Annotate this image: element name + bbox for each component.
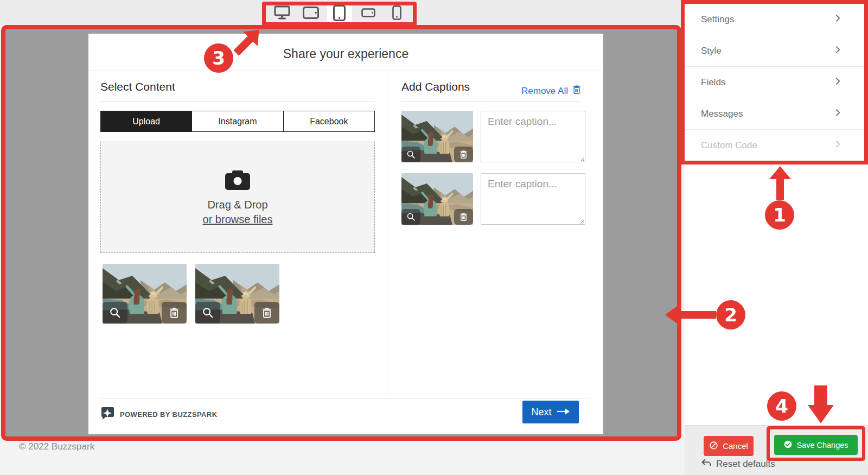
cancel-button[interactable]: Cancel: [704, 436, 754, 456]
tab-instagram[interactable]: Instagram: [192, 111, 283, 131]
caption-photo-thumbnail: [401, 111, 473, 162]
uploaded-photo-thumbnail: [103, 264, 187, 324]
sidebar-item-fields[interactable]: Fields: [685, 67, 864, 98]
actions-bar: Cancel Save Changes Reset defaults: [685, 425, 868, 475]
save-changes-label: Save Changes: [796, 441, 848, 449]
zoom-photo-button[interactable]: [401, 209, 420, 225]
settings-menu-annotation-box: Settings Style Fields Messages Custom Co…: [681, 0, 868, 164]
delete-photo-button[interactable]: [162, 302, 187, 324]
device-toolbar-annotation-box: [262, 2, 417, 26]
sidebar-item-custom-code: Custom Code: [685, 130, 864, 161]
cancel-label: Cancel: [723, 441, 748, 451]
dropzone-label: Drag & Drop: [207, 199, 267, 211]
annotation-badge-4: 4: [767, 391, 796, 421]
tab-upload[interactable]: Upload: [101, 111, 192, 131]
delete-photo-button[interactable]: [254, 302, 279, 324]
check-circle-icon: [783, 440, 793, 451]
powered-by-badge: POWERED BY BUZZSPARK: [100, 406, 217, 422]
sidebar-item-label: Settings: [701, 14, 734, 25]
screen: Share your experience Select Content Upl…: [0, 0, 868, 475]
next-label: Next: [531, 407, 551, 418]
desktop-icon: [274, 5, 290, 22]
tablet-landscape-preview-button[interactable]: [298, 5, 323, 22]
buzzspark-logo-icon: [100, 406, 114, 422]
sidebar-item-label: Fields: [701, 77, 725, 88]
annotation-badge-1: 1: [765, 200, 794, 230]
tablet-portrait-preview-button[interactable]: [327, 5, 352, 22]
reset-defaults-link[interactable]: Reset defaults: [701, 459, 775, 470]
add-captions-heading: Add Captions: [401, 80, 470, 93]
trash-icon: [168, 307, 180, 319]
remove-all-link[interactable]: Remove All: [521, 84, 582, 98]
sidebar-item-settings[interactable]: Settings: [685, 4, 864, 35]
zoom-photo-button[interactable]: [103, 302, 127, 324]
magnifier-icon: [109, 307, 121, 319]
reset-defaults-label: Reset defaults: [716, 459, 775, 470]
annotation-arrow-down-icon: [808, 385, 834, 426]
undo-icon: [701, 459, 712, 470]
divider: [88, 71, 603, 71]
sidebar-item-label: Style: [701, 46, 722, 56]
divider: [401, 101, 582, 102]
trash-icon: [459, 150, 468, 159]
sidebar-item-style[interactable]: Style: [685, 35, 864, 67]
sidebar-item-messages[interactable]: Messages: [685, 98, 864, 130]
tablet-landscape-icon: [303, 7, 319, 21]
magnifier-icon: [406, 212, 416, 221]
magnifier-icon: [202, 307, 214, 319]
powered-by-label: POWERED BY BUZZSPARK: [120, 410, 217, 419]
phone-landscape-icon: [361, 8, 375, 20]
zoom-photo-button[interactable]: [401, 147, 420, 162]
phone-portrait-preview-button[interactable]: [385, 5, 410, 22]
delete-photo-button[interactable]: [454, 147, 473, 162]
phone-landscape-preview-button[interactable]: [356, 5, 381, 22]
share-experience-modal: Share your experience Select Content Upl…: [88, 34, 603, 434]
caption-input[interactable]: [481, 111, 585, 162]
caption-photo-thumbnail: [401, 173, 473, 225]
divider: [100, 398, 591, 398]
phone-portrait-icon: [392, 5, 401, 22]
trash-icon: [459, 212, 468, 221]
save-changes-button[interactable]: Save Changes: [774, 435, 858, 455]
browse-files-link[interactable]: or browse files: [203, 213, 273, 226]
zoom-photo-button[interactable]: [195, 302, 220, 324]
chevron-right-icon: [835, 14, 840, 25]
camera-icon: [225, 169, 250, 192]
file-dropzone[interactable]: Drag & Drop or browse files: [100, 142, 375, 253]
chevron-right-icon: [835, 46, 840, 56]
source-tabs: Upload Instagram Facebook: [100, 111, 375, 132]
sidebar-item-label: Custom Code: [701, 140, 757, 151]
cancel-icon: [709, 441, 718, 452]
modal-title: Share your experience: [88, 47, 603, 61]
trash-icon: [572, 84, 582, 98]
sidebar-item-label: Messages: [701, 109, 743, 119]
divider: [400, 169, 583, 169]
chevron-right-icon: [835, 109, 840, 119]
arrow-right-icon: [557, 407, 570, 418]
next-button[interactable]: Next: [522, 401, 579, 423]
caption-input[interactable]: [481, 173, 585, 225]
uploaded-photo-thumbnail: [195, 264, 279, 324]
save-annotation-box: Save Changes: [767, 426, 865, 461]
annotation-arrow-left-icon: [665, 303, 717, 329]
delete-photo-button[interactable]: [454, 209, 473, 225]
chevron-right-icon: [835, 140, 840, 151]
remove-all-label: Remove All: [521, 86, 568, 97]
annotation-arrow-up-icon: [769, 166, 791, 202]
copyright-text: © 2022 Buzzspark: [19, 441, 94, 452]
select-content-heading: Select Content: [100, 80, 175, 93]
desktop-preview-button[interactable]: [270, 5, 295, 22]
column-divider: [387, 71, 387, 396]
chevron-right-icon: [835, 77, 840, 88]
trash-icon: [261, 307, 273, 319]
divider: [100, 101, 375, 102]
tab-facebook[interactable]: Facebook: [284, 111, 374, 131]
annotation-badge-2: 2: [716, 300, 745, 330]
tablet-portrait-icon: [333, 5, 346, 23]
magnifier-icon: [406, 150, 416, 159]
